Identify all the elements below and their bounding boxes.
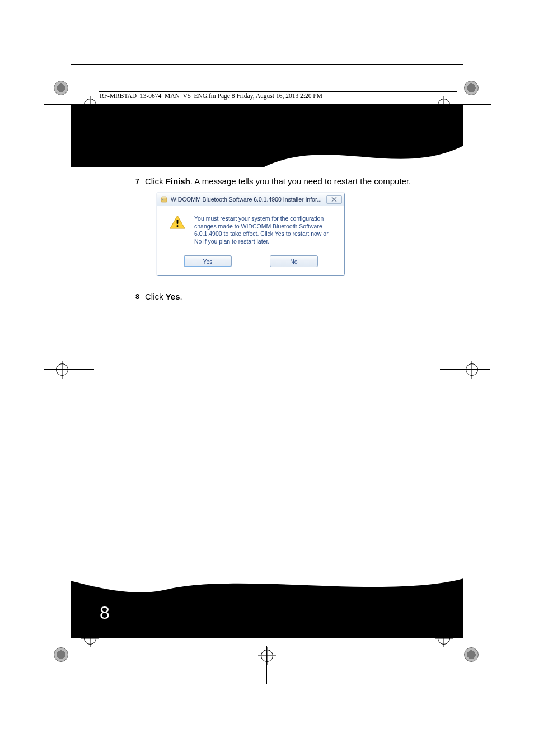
warning-icon: [170, 215, 185, 230]
registration-target-icon: [56, 363, 68, 376]
dialog-body: You must restart your system for the con…: [157, 206, 344, 250]
close-button[interactable]: [326, 195, 342, 204]
top-banner: [71, 104, 463, 167]
bottom-banner: 8: [71, 578, 463, 638]
installer-info-dialog: WIDCOMM Bluetooth Software 6.0.1.4900 In…: [157, 193, 345, 276]
banner-wave-icon: [71, 577, 463, 595]
yes-button[interactable]: Yes: [184, 255, 232, 267]
banner-wave-icon: [262, 146, 463, 168]
text-bold: Finish: [166, 176, 190, 186]
text-post: .: [180, 292, 182, 301]
svg-point-2: [162, 199, 163, 200]
registration-mark: [54, 81, 68, 95]
dialog-title: WIDCOMM Bluetooth Software 6.0.1.4900 In…: [171, 196, 324, 203]
svg-rect-3: [177, 220, 179, 224]
document-header-meta: RF-MRBTAD_13-0674_MAN_V5_ENG.fm Page 8 F…: [99, 91, 457, 100]
no-button[interactable]: No: [270, 255, 318, 267]
dialog-titlebar: WIDCOMM Bluetooth Software 6.0.1.4900 In…: [157, 193, 344, 206]
registration-mark: [54, 647, 68, 662]
dialog-screenshot: WIDCOMM Bluetooth Software 6.0.1.4900 In…: [157, 193, 345, 276]
step-text: Click Yes.: [145, 291, 439, 302]
step-text: Click Finish. A message tells you that y…: [145, 176, 439, 187]
registration-target-icon: [261, 650, 273, 662]
text-pre: Click: [145, 176, 166, 186]
dialog-message: You must restart your system for the con…: [194, 215, 335, 245]
text-post: . A message tells you that you need to r…: [190, 176, 411, 186]
text-bold: Yes: [166, 292, 180, 301]
svg-rect-1: [162, 197, 166, 199]
dialog-button-row: Yes No: [157, 250, 344, 275]
step-number: 7: [132, 176, 139, 187]
registration-mark: [464, 647, 479, 662]
step-7: 7 Click Finish. A message tells you that…: [132, 176, 439, 187]
svg-point-4: [176, 225, 178, 227]
registration-mark: [464, 81, 479, 95]
close-icon: [331, 197, 337, 202]
page-content: 7 Click Finish. A message tells you that…: [132, 176, 439, 308]
registration-target-icon: [466, 363, 478, 376]
step-number: 8: [132, 291, 139, 302]
step-8: 8 Click Yes.: [132, 291, 439, 302]
installer-icon: [160, 195, 168, 203]
text-pre: Click: [145, 292, 166, 301]
page-number: 8: [100, 603, 110, 623]
